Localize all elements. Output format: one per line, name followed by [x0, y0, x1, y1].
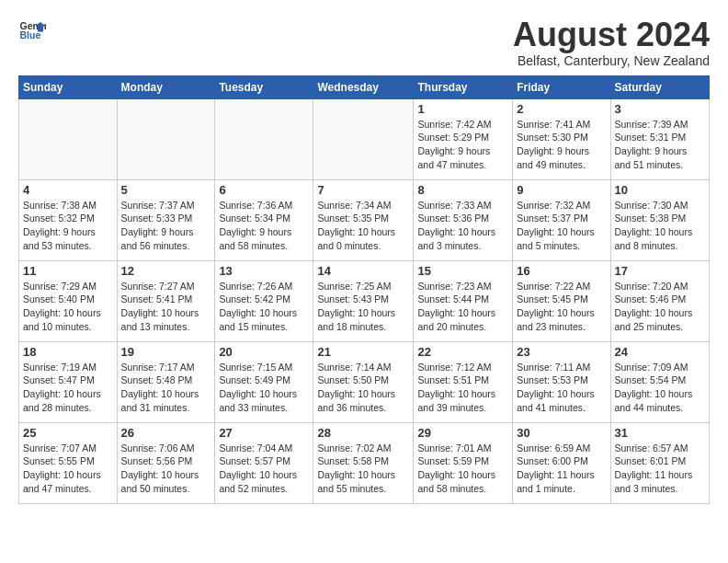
calendar-cell: 23Sunrise: 7:11 AM Sunset: 5:53 PM Dayli… [513, 341, 610, 422]
calendar-cell: 19Sunrise: 7:17 AM Sunset: 5:48 PM Dayli… [117, 341, 215, 422]
day-info: Sunrise: 7:17 AM Sunset: 5:48 PM Dayligh… [121, 361, 211, 415]
day-info: Sunrise: 7:06 AM Sunset: 5:56 PM Dayligh… [121, 442, 211, 496]
calendar-cell: 5Sunrise: 7:37 AM Sunset: 5:33 PM Daylig… [117, 179, 215, 260]
day-number: 20 [219, 345, 309, 359]
weekday-header-monday: Monday [117, 75, 215, 98]
day-info: Sunrise: 7:11 AM Sunset: 5:53 PM Dayligh… [517, 361, 606, 415]
calendar-cell: 10Sunrise: 7:30 AM Sunset: 5:38 PM Dayli… [610, 179, 709, 260]
day-number: 27 [219, 426, 309, 440]
weekday-header-wednesday: Wednesday [313, 75, 414, 98]
svg-text:Blue: Blue [20, 29, 41, 40]
calendar-cell: 24Sunrise: 7:09 AM Sunset: 5:54 PM Dayli… [610, 341, 709, 422]
calendar-cell: 21Sunrise: 7:14 AM Sunset: 5:50 PM Dayli… [313, 341, 414, 422]
day-info: Sunrise: 7:14 AM Sunset: 5:50 PM Dayligh… [317, 361, 409, 415]
day-number: 17 [615, 264, 705, 278]
calendar-cell: 11Sunrise: 7:29 AM Sunset: 5:40 PM Dayli… [19, 260, 118, 341]
day-info: Sunrise: 6:59 AM Sunset: 6:00 PM Dayligh… [517, 442, 606, 496]
day-info: Sunrise: 7:12 AM Sunset: 5:51 PM Dayligh… [417, 361, 508, 415]
day-info: Sunrise: 7:26 AM Sunset: 5:42 PM Dayligh… [219, 280, 309, 334]
day-number: 29 [417, 426, 508, 440]
week-row-5: 25Sunrise: 7:07 AM Sunset: 5:55 PM Dayli… [19, 422, 710, 503]
day-number: 1 [417, 102, 508, 116]
calendar-cell: 27Sunrise: 7:04 AM Sunset: 5:57 PM Dayli… [215, 422, 313, 503]
day-info: Sunrise: 7:32 AM Sunset: 5:37 PM Dayligh… [517, 199, 606, 253]
calendar-cell: 16Sunrise: 7:22 AM Sunset: 5:45 PM Dayli… [513, 260, 610, 341]
day-number: 26 [121, 426, 211, 440]
day-info: Sunrise: 7:04 AM Sunset: 5:57 PM Dayligh… [219, 442, 309, 496]
week-row-1: 1Sunrise: 7:42 AM Sunset: 5:29 PM Daylig… [19, 98, 710, 179]
title-area: August 2024 Belfast, Canterbury, New Zea… [513, 17, 710, 68]
calendar-cell: 25Sunrise: 7:07 AM Sunset: 5:55 PM Dayli… [19, 422, 118, 503]
calendar-cell: 13Sunrise: 7:26 AM Sunset: 5:42 PM Dayli… [215, 260, 313, 341]
day-info: Sunrise: 7:01 AM Sunset: 5:59 PM Dayligh… [417, 442, 508, 496]
calendar-cell: 4Sunrise: 7:38 AM Sunset: 5:32 PM Daylig… [19, 179, 118, 260]
calendar-cell: 8Sunrise: 7:33 AM Sunset: 5:36 PM Daylig… [414, 179, 513, 260]
day-info: Sunrise: 7:36 AM Sunset: 5:34 PM Dayligh… [219, 199, 309, 253]
calendar-cell: 7Sunrise: 7:34 AM Sunset: 5:35 PM Daylig… [313, 179, 414, 260]
day-info: Sunrise: 7:34 AM Sunset: 5:35 PM Dayligh… [317, 199, 409, 253]
page: General Blue August 2024 Belfast, Canter… [0, 0, 728, 513]
day-number: 7 [317, 183, 409, 197]
day-number: 8 [417, 183, 508, 197]
day-number: 11 [23, 264, 113, 278]
calendar-cell: 12Sunrise: 7:27 AM Sunset: 5:41 PM Dayli… [117, 260, 215, 341]
day-number: 4 [23, 183, 113, 197]
calendar-cell: 9Sunrise: 7:32 AM Sunset: 5:37 PM Daylig… [513, 179, 610, 260]
calendar-cell: 1Sunrise: 7:42 AM Sunset: 5:29 PM Daylig… [414, 98, 513, 179]
calendar-cell: 14Sunrise: 7:25 AM Sunset: 5:43 PM Dayli… [313, 260, 414, 341]
day-number: 25 [23, 426, 113, 440]
day-number: 9 [517, 183, 606, 197]
calendar-cell [313, 98, 414, 179]
day-info: Sunrise: 7:07 AM Sunset: 5:55 PM Dayligh… [23, 442, 113, 496]
calendar-cell: 29Sunrise: 7:01 AM Sunset: 5:59 PM Dayli… [414, 422, 513, 503]
day-number: 15 [417, 264, 508, 278]
calendar-cell: 28Sunrise: 7:02 AM Sunset: 5:58 PM Dayli… [313, 422, 414, 503]
day-number: 28 [317, 426, 409, 440]
subtitle: Belfast, Canterbury, New Zealand [513, 53, 710, 68]
calendar-cell [117, 98, 215, 179]
day-info: Sunrise: 7:41 AM Sunset: 5:30 PM Dayligh… [517, 118, 606, 172]
day-info: Sunrise: 7:02 AM Sunset: 5:58 PM Dayligh… [317, 442, 409, 496]
calendar-cell: 26Sunrise: 7:06 AM Sunset: 5:56 PM Dayli… [117, 422, 215, 503]
day-info: Sunrise: 7:22 AM Sunset: 5:45 PM Dayligh… [517, 280, 606, 334]
calendar-cell [215, 98, 313, 179]
day-info: Sunrise: 7:42 AM Sunset: 5:29 PM Dayligh… [417, 118, 508, 172]
day-number: 10 [615, 183, 705, 197]
day-info: Sunrise: 7:37 AM Sunset: 5:33 PM Dayligh… [121, 199, 211, 253]
week-row-4: 18Sunrise: 7:19 AM Sunset: 5:47 PM Dayli… [19, 341, 710, 422]
day-info: Sunrise: 7:39 AM Sunset: 5:31 PM Dayligh… [615, 118, 705, 172]
weekday-header-thursday: Thursday [414, 75, 513, 98]
day-info: Sunrise: 7:23 AM Sunset: 5:44 PM Dayligh… [417, 280, 508, 334]
day-number: 3 [615, 102, 705, 116]
day-number: 13 [219, 264, 309, 278]
day-number: 19 [121, 345, 211, 359]
calendar-table: SundayMondayTuesdayWednesdayThursdayFrid… [18, 75, 710, 504]
weekday-header-tuesday: Tuesday [215, 75, 313, 98]
calendar-cell: 15Sunrise: 7:23 AM Sunset: 5:44 PM Dayli… [414, 260, 513, 341]
week-row-3: 11Sunrise: 7:29 AM Sunset: 5:40 PM Dayli… [19, 260, 710, 341]
weekday-header-friday: Friday [513, 75, 610, 98]
calendar-cell: 17Sunrise: 7:20 AM Sunset: 5:46 PM Dayli… [610, 260, 709, 341]
day-info: Sunrise: 7:25 AM Sunset: 5:43 PM Dayligh… [317, 280, 409, 334]
calendar-cell: 18Sunrise: 7:19 AM Sunset: 5:47 PM Dayli… [19, 341, 118, 422]
calendar-cell: 31Sunrise: 6:57 AM Sunset: 6:01 PM Dayli… [610, 422, 709, 503]
day-number: 23 [517, 345, 606, 359]
calendar-cell: 3Sunrise: 7:39 AM Sunset: 5:31 PM Daylig… [610, 98, 709, 179]
logo-icon: General Blue [18, 17, 46, 44]
day-number: 12 [121, 264, 211, 278]
day-number: 22 [417, 345, 508, 359]
day-info: Sunrise: 6:57 AM Sunset: 6:01 PM Dayligh… [615, 442, 705, 496]
month-title: August 2024 [513, 17, 710, 53]
day-info: Sunrise: 7:33 AM Sunset: 5:36 PM Dayligh… [417, 199, 508, 253]
day-number: 31 [615, 426, 705, 440]
day-number: 21 [317, 345, 409, 359]
calendar-cell [19, 98, 118, 179]
day-number: 6 [219, 183, 309, 197]
calendar-cell: 2Sunrise: 7:41 AM Sunset: 5:30 PM Daylig… [513, 98, 610, 179]
day-info: Sunrise: 7:09 AM Sunset: 5:54 PM Dayligh… [615, 361, 705, 415]
day-number: 30 [517, 426, 606, 440]
calendar-cell: 22Sunrise: 7:12 AM Sunset: 5:51 PM Dayli… [414, 341, 513, 422]
day-number: 24 [615, 345, 705, 359]
day-number: 14 [317, 264, 409, 278]
header: General Blue August 2024 Belfast, Canter… [18, 17, 710, 68]
